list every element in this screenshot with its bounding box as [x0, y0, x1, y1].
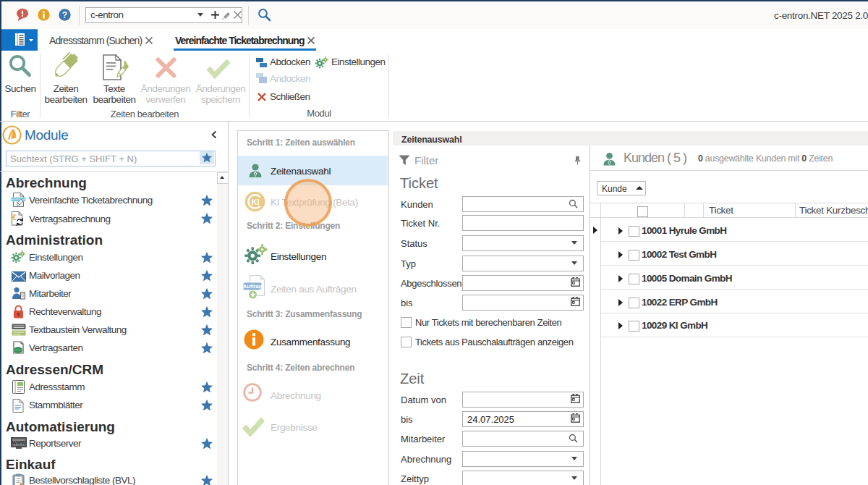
svg-text:WWW: WWW: [12, 440, 26, 445]
svg-text:?: ?: [62, 10, 67, 20]
svg-text:KI: KI: [252, 198, 260, 206]
svg-text:Auftrag: Auftrag: [243, 283, 263, 290]
svg-text:€: €: [12, 214, 17, 222]
